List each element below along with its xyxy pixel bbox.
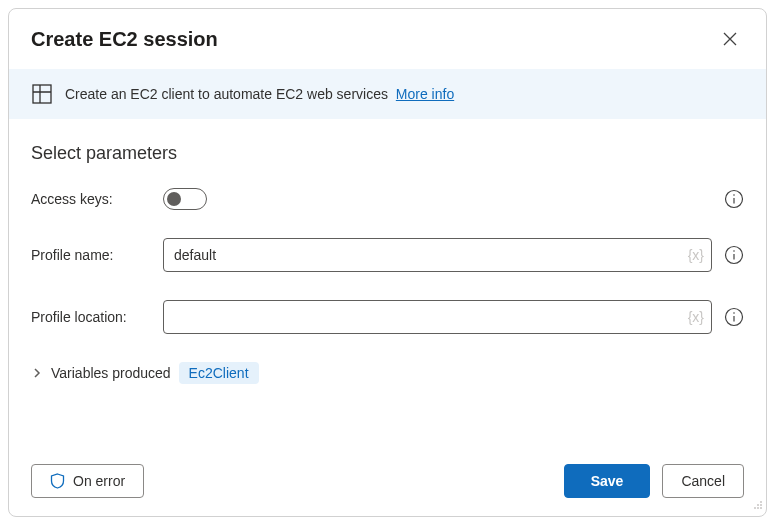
info-icon: [724, 189, 744, 209]
variable-chip-ec2client[interactable]: Ec2Client: [179, 362, 259, 384]
dialog-title: Create EC2 session: [31, 28, 218, 51]
on-error-button[interactable]: On error: [31, 464, 144, 498]
close-button[interactable]: [716, 25, 744, 53]
shield-icon: [50, 473, 65, 489]
info-icon: [724, 307, 744, 327]
profile-location-row: Profile location: {x}: [31, 300, 744, 334]
info-icon: [724, 245, 744, 265]
dialog-content: Select parameters Access keys: Profile n…: [9, 119, 766, 446]
profile-name-input-wrap: {x}: [163, 238, 712, 272]
access-keys-toggle[interactable]: [163, 188, 207, 210]
access-keys-label: Access keys:: [31, 191, 151, 207]
info-text-label: Create an EC2 client to automate EC2 web…: [65, 86, 388, 102]
svg-point-10: [733, 312, 735, 314]
variables-produced-label: Variables produced: [51, 365, 171, 381]
profile-name-input[interactable]: [163, 238, 712, 272]
dialog-footer: On error Save Cancel: [9, 446, 766, 516]
profile-location-input[interactable]: [163, 300, 712, 334]
profile-name-label: Profile name:: [31, 247, 151, 263]
profile-name-row: Profile name: {x}: [31, 238, 744, 272]
toggle-knob: [167, 192, 181, 206]
profile-name-info-button[interactable]: [724, 245, 744, 265]
profile-location-label: Profile location:: [31, 309, 151, 325]
close-icon: [723, 32, 737, 46]
access-keys-row: Access keys:: [31, 188, 744, 210]
chevron-right-icon: [31, 367, 43, 379]
profile-location-info-button[interactable]: [724, 307, 744, 327]
access-keys-info-button[interactable]: [724, 189, 744, 209]
on-error-label: On error: [73, 473, 125, 489]
more-info-link[interactable]: More info: [396, 86, 454, 102]
app-icon: [31, 83, 53, 105]
save-button[interactable]: Save: [564, 464, 651, 498]
info-bar: Create an EC2 client to automate EC2 web…: [9, 69, 766, 119]
svg-point-4: [733, 194, 735, 196]
info-text: Create an EC2 client to automate EC2 web…: [65, 86, 454, 102]
dialog: Create EC2 session Create an EC2 client …: [8, 8, 767, 517]
variables-produced-row[interactable]: Variables produced Ec2Client: [31, 362, 744, 384]
svg-rect-0: [33, 85, 51, 103]
footer-actions: Save Cancel: [564, 464, 744, 498]
section-title: Select parameters: [31, 143, 744, 164]
profile-location-input-wrap: {x}: [163, 300, 712, 334]
svg-point-7: [733, 250, 735, 252]
dialog-header: Create EC2 session: [9, 9, 766, 63]
cancel-button[interactable]: Cancel: [662, 464, 744, 498]
